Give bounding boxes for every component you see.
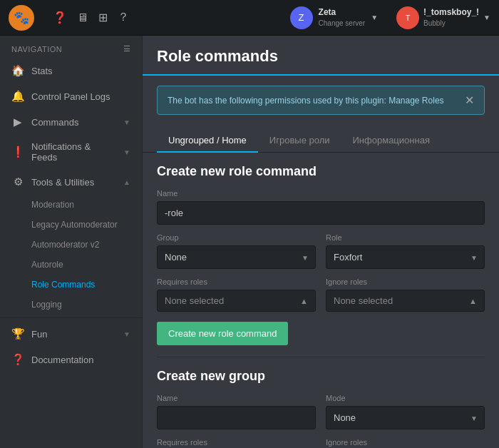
tab-informacionnaya[interactable]: Информационная bbox=[341, 129, 441, 153]
sidebar-sub-autorole[interactable]: Autorole bbox=[31, 255, 142, 275]
role-select[interactable]: Foxfort bbox=[326, 245, 485, 269]
nav-label: Navigation ☰ bbox=[0, 36, 142, 58]
notifications-chevron-icon: ▼ bbox=[123, 148, 130, 156]
user2-section[interactable]: T !_tomskboy_! Bubbly ▼ bbox=[396, 6, 490, 29]
alert-text: The bot has the following permissions us… bbox=[168, 96, 444, 106]
alert-close-icon[interactable]: ✕ bbox=[465, 93, 474, 107]
ignore-roles-arrow-icon: ▲ bbox=[469, 297, 477, 305]
role-label: Role bbox=[326, 233, 485, 242]
sidebar: Navigation ☰ 🏠 Stats 🔔 Control Panel Log… bbox=[0, 36, 143, 448]
top-bar-icons: ❓ 🖥 ⊞ ？ bbox=[53, 10, 129, 25]
user2-info: !_tomskboy_! Bubbly bbox=[423, 7, 479, 28]
help-icon[interactable]: ❓ bbox=[53, 11, 67, 24]
user1-sub: Change server bbox=[319, 19, 366, 28]
tools-subnav: Moderation Legacy Automoderator Automode… bbox=[0, 195, 142, 315]
monitor-icon[interactable]: 🖥 bbox=[77, 11, 88, 24]
sidebar-item-commands[interactable]: ▶ Commands ▼ bbox=[0, 109, 142, 135]
requires-ignore-row: Requires roles None selected ▲ Ignore ro… bbox=[157, 278, 485, 312]
requires-roles-multiselect[interactable]: None selected ▲ bbox=[157, 290, 316, 312]
sidebar-sub-logging[interactable]: Logging bbox=[31, 295, 142, 315]
fun-icon: 🏆 bbox=[11, 327, 24, 340]
group-name-label: Name bbox=[157, 394, 316, 402]
sidebar-item-commands-label: Commands bbox=[31, 117, 116, 128]
group-ignore-roles-col: Ignore roles None selected ▲ bbox=[326, 438, 485, 448]
sidebar-item-notifications[interactable]: ❗ Notifications & Feeds ▼ bbox=[0, 135, 142, 169]
sidebar-item-tools-label: Tools & Utilities bbox=[31, 177, 116, 188]
mode-label: Mode bbox=[326, 394, 485, 402]
user1-info: Zeta Change server bbox=[319, 7, 366, 28]
top-bar: 🐾 ❓ 🖥 ⊞ ？ Z Zeta Change server ▼ T !_tom… bbox=[0, 0, 499, 36]
name-label: Name bbox=[157, 189, 485, 198]
sidebar-item-fun-label: Fun bbox=[31, 329, 116, 340]
sidebar-sub-automoderator-v2[interactable]: Automoderator v2 bbox=[31, 235, 142, 255]
ignore-roles-value: None selected bbox=[334, 295, 393, 306]
sidebar-item-stats[interactable]: 🏠 Stats bbox=[0, 58, 142, 83]
tab-igrovye-roli[interactable]: Игровые роли bbox=[258, 129, 341, 153]
requires-roles-col: Requires roles None selected ▲ bbox=[157, 278, 316, 312]
group-requires-ignore-row: Requires roles None selected ▲ Ignore ro… bbox=[157, 438, 485, 448]
sidebar-divider bbox=[0, 317, 142, 318]
user1-avatar: Z bbox=[290, 6, 313, 29]
alert-banner: The bot has the following permissions us… bbox=[157, 86, 485, 115]
sidebar-item-tools[interactable]: ⚙ Tools & Utilities ▲ bbox=[0, 169, 142, 195]
sidebar-item-control-panel-logs[interactable]: 🔔 Control Panel Logs bbox=[0, 83, 142, 109]
user2-name: !_tomskboy_! bbox=[423, 7, 479, 19]
sidebar-item-stats-label: Stats bbox=[31, 66, 130, 76]
ignore-roles-col: Ignore roles None selected ▲ bbox=[326, 278, 485, 312]
group-select[interactable]: None bbox=[157, 245, 316, 269]
group-name-col: Name bbox=[157, 394, 316, 429]
content-area: Role commands The bot has the following … bbox=[143, 36, 499, 448]
page-title: Role commands bbox=[157, 47, 485, 66]
sidebar-sub-moderation[interactable]: Moderation bbox=[31, 195, 142, 215]
group-label: Group bbox=[157, 233, 316, 242]
group-section-title: Create new group bbox=[157, 369, 485, 384]
sidebar-item-logs-label: Control Panel Logs bbox=[31, 91, 130, 102]
sidebar-item-fun[interactable]: 🏆 Fun ▼ bbox=[0, 321, 142, 347]
stats-icon: 🏠 bbox=[11, 64, 24, 77]
app-logo[interactable]: 🐾 bbox=[9, 5, 34, 31]
name-input[interactable] bbox=[157, 201, 485, 225]
create-role-command-button[interactable]: Create new role command bbox=[157, 322, 288, 345]
group-ignore-roles-label: Ignore roles bbox=[326, 438, 485, 447]
user2-avatar: T bbox=[396, 6, 419, 29]
user1-name: Zeta bbox=[319, 7, 366, 19]
user2-chevron-icon: ▼ bbox=[483, 14, 490, 21]
tabs: Ungrouped / Home Игровые роли Информацио… bbox=[143, 121, 499, 153]
grid-icon[interactable]: ⊞ bbox=[98, 11, 108, 24]
group-requires-roles-label: Requires roles bbox=[157, 438, 316, 447]
notifications-icon: ❗ bbox=[11, 146, 24, 158]
ignore-roles-multiselect[interactable]: None selected ▲ bbox=[326, 290, 485, 312]
tools-chevron-icon: ▲ bbox=[123, 178, 130, 186]
user2-sub: Bubbly bbox=[423, 19, 479, 28]
sidebar-sub-role-commands[interactable]: Role Commands bbox=[31, 275, 142, 295]
documentation-icon: ❓ bbox=[11, 353, 24, 366]
sidebar-item-documentation-label: Documentation bbox=[31, 355, 130, 365]
mode-col: Mode None bbox=[326, 394, 485, 429]
sidebar-item-documentation[interactable]: ❓ Documentation bbox=[0, 347, 142, 372]
role-command-section: Create new role command Name Group None … bbox=[143, 153, 499, 357]
group-name-mode-row: Name Mode None bbox=[157, 394, 485, 429]
tools-icon: ⚙ bbox=[11, 175, 24, 188]
tab-ungrouped[interactable]: Ungrouped / Home bbox=[157, 129, 258, 153]
group-select-wrapper: None bbox=[157, 245, 316, 269]
user1-section[interactable]: Z Zeta Change server ▼ bbox=[290, 6, 379, 29]
requires-roles-value: None selected bbox=[165, 295, 224, 306]
ignore-roles-label: Ignore roles bbox=[326, 278, 485, 286]
question-icon[interactable]: ？ bbox=[118, 10, 129, 25]
fun-chevron-icon: ▼ bbox=[123, 330, 130, 338]
sidebar-sub-legacy-automoderator[interactable]: Legacy Automoderator bbox=[31, 215, 142, 235]
role-command-section-title: Create new role command bbox=[157, 164, 485, 179]
group-section: Create new group Name Mode None bbox=[143, 357, 499, 448]
group-col: Group None bbox=[157, 233, 316, 269]
commands-icon: ▶ bbox=[11, 116, 24, 128]
hamburger-icon[interactable]: ☰ bbox=[123, 44, 131, 54]
user1-chevron-icon: ▼ bbox=[371, 14, 378, 21]
group-requires-roles-col: Requires roles None selected ▲ bbox=[157, 438, 316, 448]
mode-select[interactable]: None bbox=[326, 406, 485, 429]
group-name-input[interactable] bbox=[157, 406, 316, 429]
sidebar-item-notifications-label: Notifications & Feeds bbox=[31, 141, 116, 163]
group-role-row: Group None Role Foxfort bbox=[157, 233, 485, 269]
role-select-wrapper: Foxfort bbox=[326, 245, 485, 269]
requires-roles-arrow-icon: ▲ bbox=[300, 297, 308, 305]
bell-icon: 🔔 bbox=[11, 90, 24, 103]
